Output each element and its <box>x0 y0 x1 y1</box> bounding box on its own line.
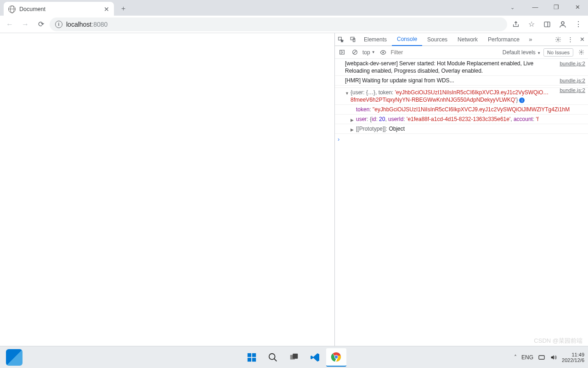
menu-icon[interactable]: ⋮ <box>571 17 585 31</box>
more-tabs-icon[interactable]: » <box>525 33 537 46</box>
profile-icon[interactable] <box>556 17 570 31</box>
page-content <box>0 33 334 346</box>
vscode-taskbar-icon[interactable] <box>305 348 325 367</box>
tab-title: Document <box>19 6 45 12</box>
close-window-button[interactable]: ✕ <box>567 0 588 14</box>
devtools-settings-icon[interactable] <box>552 33 564 46</box>
tab-sources[interactable]: Sources <box>422 33 452 46</box>
svg-rect-25 <box>539 356 544 359</box>
object-property[interactable]: token: "eyJhbGciOiJSUzI1NiIsInR5cCI6IkpX… <box>335 105 588 115</box>
tab-console[interactable]: Console <box>392 33 422 46</box>
reload-button[interactable]: ⟳ <box>34 17 48 31</box>
globe-icon <box>8 6 16 13</box>
inspect-icon[interactable] <box>335 33 347 46</box>
language-indicator[interactable]: ENG <box>521 354 533 361</box>
console-settings-icon[interactable] <box>576 47 586 58</box>
tab-elements[interactable]: Elements <box>359 33 392 46</box>
widgets-button[interactable] <box>4 348 24 367</box>
tab-performance[interactable]: Performance <box>483 33 525 46</box>
expand-toggle-icon[interactable]: ▶ <box>351 116 354 124</box>
search-button[interactable] <box>263 348 283 367</box>
svg-rect-7 <box>339 50 344 54</box>
tray-chevron-icon[interactable]: ˄ <box>514 354 517 361</box>
devtools-tabbar: Elements Console Sources Network Perform… <box>335 33 588 46</box>
svg-point-6 <box>557 39 559 40</box>
device-toggle-icon[interactable] <box>347 33 359 46</box>
back-button[interactable]: ← <box>3 17 17 31</box>
window-controls: — ❐ ✕ <box>525 0 588 14</box>
filter-input[interactable] <box>391 48 464 57</box>
console-sidebar-toggle-icon[interactable] <box>337 47 347 58</box>
browser-toolbar: ← → ⟳ i localhost:8080 ☆ ⋮ <box>0 16 588 33</box>
new-tab-button[interactable]: ＋ <box>117 2 130 15</box>
source-link[interactable]: bundle.js:2 <box>560 60 585 67</box>
issues-button[interactable]: No Issues <box>543 48 573 57</box>
devtools-menu-icon[interactable]: ⋮ <box>564 33 576 46</box>
clock[interactable]: 11:49 2022/12/6 <box>562 352 584 363</box>
svg-rect-14 <box>252 353 256 356</box>
log-levels-selector[interactable]: Default levels ▼ <box>503 49 541 56</box>
svg-point-11 <box>382 52 384 53</box>
tab-search-icon[interactable]: ⌄ <box>510 5 514 11</box>
tray-input-icon[interactable] <box>538 354 545 361</box>
devtools-panel: Elements Console Sources Network Perform… <box>334 33 588 346</box>
bookmark-icon[interactable]: ☆ <box>525 17 538 31</box>
svg-point-2 <box>561 22 564 24</box>
console-output: bundle.js:2 [webpack-dev-server] Server … <box>335 59 588 346</box>
forward-button[interactable]: → <box>18 17 32 31</box>
info-icon[interactable]: i <box>519 98 525 103</box>
watermark: CSDN @菜园前端 <box>534 337 582 345</box>
address-bar[interactable]: i localhost:8080 <box>50 17 507 31</box>
devtools-close-icon[interactable]: ✕ <box>576 33 588 46</box>
clear-console-icon[interactable] <box>350 47 360 58</box>
svg-point-12 <box>580 52 582 53</box>
svg-point-24 <box>335 355 338 358</box>
minimize-button[interactable]: — <box>525 0 546 14</box>
sidepanel-icon[interactable] <box>540 17 554 31</box>
object-property[interactable]: ▶ user: {id: 20, userId: 'e1fea88f-a1cd-… <box>335 115 588 124</box>
object-property[interactable]: ▶ [[Prototype]]: Object <box>335 124 588 134</box>
log-object[interactable]: ▼ {user: {…}, token: 'eyJhbGciOiJSUzI1Ni… <box>335 88 588 105</box>
taskbar: ˄ ENG 11:49 2022/12/6 <box>0 346 588 368</box>
start-button[interactable] <box>242 348 262 367</box>
context-selector[interactable]: top▼ <box>362 49 375 56</box>
share-icon[interactable] <box>509 17 523 31</box>
expand-toggle-icon[interactable]: ▼ <box>345 90 349 97</box>
close-tab-icon[interactable]: ✕ <box>104 6 109 13</box>
svg-rect-0 <box>544 22 550 27</box>
svg-rect-15 <box>248 357 251 361</box>
console-toolbar: top▼ Default levels ▼ No Issues <box>335 46 588 59</box>
maximize-button[interactable]: ❐ <box>546 0 567 14</box>
svg-rect-16 <box>252 357 256 361</box>
expand-toggle-icon[interactable]: ▶ <box>351 126 354 133</box>
tray-volume-icon[interactable] <box>550 354 557 361</box>
browser-tabstrip: Document ✕ ＋ ⌄ <box>0 0 588 16</box>
source-link[interactable]: bundle.js:2 <box>560 77 585 84</box>
svg-rect-20 <box>293 353 298 358</box>
svg-line-18 <box>274 358 277 361</box>
tab-network[interactable]: Network <box>452 33 483 46</box>
svg-point-17 <box>269 353 275 359</box>
live-expression-icon[interactable] <box>378 47 388 58</box>
log-message: bundle.js:2 [HMR] Waiting for update sig… <box>335 76 588 86</box>
chrome-taskbar-icon[interactable] <box>326 348 346 367</box>
browser-tab[interactable]: Document ✕ <box>4 2 114 17</box>
svg-line-10 <box>353 51 356 54</box>
svg-rect-13 <box>248 353 251 356</box>
taskview-button[interactable] <box>284 348 304 367</box>
console-prompt[interactable]: › <box>335 134 588 145</box>
site-info-icon[interactable]: i <box>55 21 62 28</box>
log-message: bundle.js:2 [webpack-dev-server] Server … <box>335 59 588 76</box>
url-text: localhost:8080 <box>66 21 107 28</box>
